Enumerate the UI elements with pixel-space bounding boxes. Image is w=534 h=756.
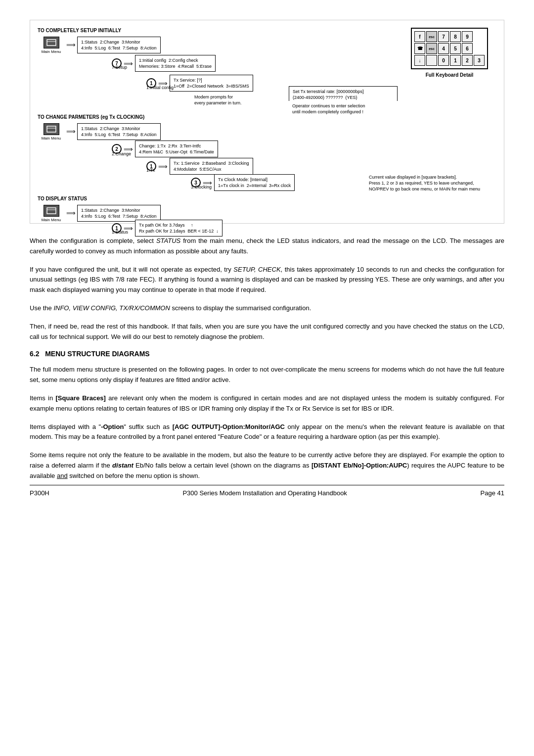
key-space: [426, 55, 437, 66]
change-main-menu-group: Main Menu: [38, 123, 65, 141]
key-0: 0: [438, 55, 449, 66]
change-current-label: Current value displayed in [square brack…: [365, 172, 494, 194]
setup-step1-group: 7 ⟹ 1:Initial config 2:Config check Memo…: [112, 55, 216, 72]
page-footer: P300H P300 Series Modem Installation and…: [30, 485, 504, 497]
keyboard-label: Full Keyboard Detail: [402, 72, 496, 78]
section-6-2-para-2: Items in [Square Braces] are relevant on…: [30, 393, 504, 414]
section-title: MENU STRUCTURE DIAGRAMS: [45, 350, 150, 358]
setup-main-menu-icon: [44, 37, 59, 48]
page-container: f esc 7 8 9 ☎ esc 4 5 6: [0, 0, 534, 509]
setup-step2-label: 1:Initial config: [146, 85, 174, 90]
section-6-2-para-1: The full modem menu structure is present…: [30, 365, 504, 385]
key-7: 7: [438, 31, 449, 42]
change-step3-options: Tx Clock Mode: [Internal] 1=Tx clock in …: [214, 174, 295, 191]
key-6: 6: [462, 43, 473, 54]
display-step1-label: 1:Status: [112, 230, 128, 235]
display-title: TO DISPLAY STATUS: [38, 196, 87, 201]
keyboard-detail-box: f esc 7 8 9 ☎ esc 4 5 6: [402, 28, 496, 78]
change-title: TO CHANGE PARMETERS (eg Tx CLOCKING): [38, 114, 144, 120]
change-main-menu-label: Main Menu: [42, 136, 61, 141]
key-down: ↓: [414, 55, 425, 66]
body-para-1: When the configuration is complete, sele…: [30, 236, 504, 257]
change-menu-options: 1:Status 2:Change 3:Monitor 4:Info 5:Log…: [77, 123, 161, 140]
svg-rect-0: [47, 40, 56, 46]
change-step3-label: 3:Clocking: [191, 185, 212, 189]
change-step2-arrow: ⟹: [158, 163, 168, 170]
key-8: 8: [450, 31, 461, 42]
setup-main-menu-group: Main Menu: [38, 37, 65, 54]
change-step1-label: 2:Change: [112, 151, 131, 156]
footer-model: P300H: [30, 489, 49, 497]
body-para-4: Then, if need be, read the rest of this …: [30, 322, 504, 342]
footer-page: Page 41: [481, 489, 504, 497]
body-para-3: Use the INFO, VIEW CONFIG, TX/RX/COMMON …: [30, 303, 504, 314]
section-6-2-para-4: Some items require not only the feature …: [30, 450, 504, 481]
change-step1-options: Change: 1:Tx 2:Rx 3:Terr-Intfc 4:Rem M&C…: [135, 141, 218, 157]
section-6-2-para-3: Items displayed with a "-Option" suffix …: [30, 422, 504, 443]
change-step2-label: 1:Tx: [146, 168, 155, 173]
body-para-2: If you have configured the unit, but it …: [30, 265, 504, 295]
section-number: 6.2: [30, 350, 45, 358]
key-f: f: [414, 31, 425, 42]
key-5: 5: [450, 43, 461, 54]
setup-op-label: Operator continues to enter selection un…: [289, 101, 398, 117]
key-3: 3: [474, 55, 485, 66]
setup-step1-options: 1:Initial config 2:Config check Memories…: [135, 55, 216, 72]
change-main-menu-icon: [44, 123, 59, 135]
change-arrow1: ⟹: [66, 128, 76, 135]
change-step2-options: Tx: 1:Service 2:Baseband 3:Clocking 4:Mo…: [170, 158, 253, 175]
change-step2-group: 1 ⟹ Tx: 1:Service 2:Baseband 3:Clocking …: [146, 158, 253, 175]
display-arrow1: ⟹: [66, 209, 76, 217]
key-phone: ☎: [414, 43, 425, 54]
key-2: 2: [462, 55, 473, 66]
display-step1-options: Tx path OK for 3.7days ↑ Rx path OK for …: [135, 220, 222, 236]
section-6-2-heading: 6.2 MENU STRUCTURE DIAGRAMS: [30, 350, 504, 358]
svg-rect-2: [47, 126, 56, 132]
setup-step1-label: 7:Setup: [112, 65, 127, 70]
setup-step2-options: Tx Service: [?] 1=Off 2=Closed Network 3…: [170, 75, 253, 92]
setup-menu-options: 1:Status 2:Change 3:Monitor 4:Info 5:Log…: [77, 37, 161, 53]
display-main-menu-label: Main Menu: [42, 218, 61, 222]
diagram-area: f esc 7 8 9 ☎ esc 4 5 6: [38, 28, 496, 216]
setup-main-menu-label: Main Menu: [42, 49, 61, 54]
svg-rect-4: [47, 208, 56, 214]
setup-arrow1: ⟹: [66, 41, 76, 48]
display-main-menu-icon: [44, 205, 59, 217]
key-1: 1: [450, 55, 461, 66]
setup-title: TO COMPLETELY SETUP INITIALLY: [38, 28, 121, 33]
diagram-section: f esc 7 8 9 ☎ esc 4 5 6: [30, 20, 504, 224]
display-step1-group: 1 ⟹ Tx path OK for 3.7days ↑ Rx path OK …: [112, 220, 222, 236]
key-esc: esc: [426, 31, 437, 42]
display-main-menu-group: Main Menu: [38, 205, 65, 222]
key-4: 4: [438, 43, 449, 54]
key-9: 9: [462, 31, 473, 42]
setup-modem-label: Modem prompts for every parameter in tur…: [191, 92, 245, 108]
footer-title: P300 Series Modem Installation and Opera…: [182, 489, 347, 497]
key-esc2: esc: [426, 43, 437, 54]
